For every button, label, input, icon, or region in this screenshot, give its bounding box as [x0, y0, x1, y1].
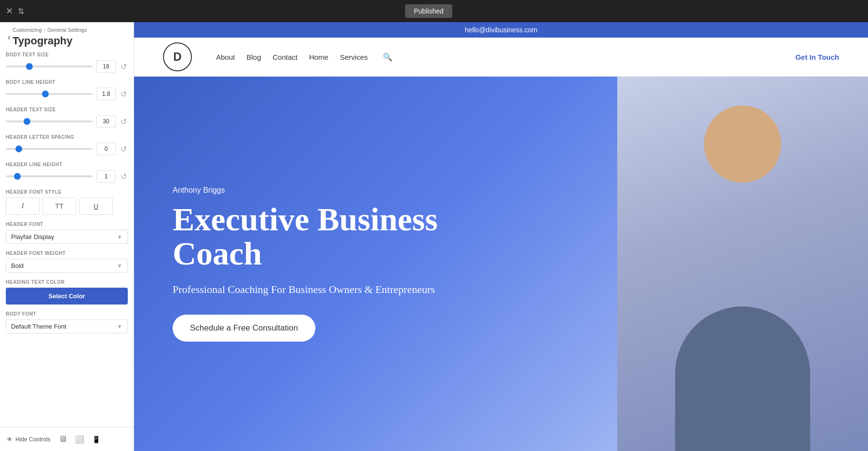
nav-blog[interactable]: Blog [246, 53, 261, 61]
site-topbar: hello@divibusiness.com [134, 22, 868, 38]
body-text-size-slider[interactable] [6, 66, 93, 67]
body-text-size-value: 16 [96, 60, 116, 73]
top-bar-left: ✕ ⇅ [6, 6, 24, 16]
header-letter-spacing-reset[interactable]: ↺ [120, 145, 128, 154]
nav-services[interactable]: Services [340, 53, 368, 61]
body-line-height-reset[interactable]: ↺ [120, 90, 128, 99]
top-bar: ✕ ⇅ Published [0, 0, 868, 22]
tablet-icon[interactable]: ⬜ [75, 435, 84, 444]
header-letter-spacing-value: 0 [96, 143, 116, 155]
body-line-height-value: 1.8 [96, 88, 116, 100]
hero-person-image [464, 77, 868, 451]
header-font-select[interactable]: Playfair Display ▼ [6, 230, 128, 244]
breadcrumb-arrow: › [44, 27, 46, 33]
site-email-link[interactable]: hello@divibusiness.com [465, 26, 537, 34]
caps-button[interactable]: TT [42, 198, 76, 215]
get-in-touch-link[interactable]: Get In Touch [795, 53, 839, 61]
header-line-height-value: 1 [96, 170, 116, 183]
breadcrumb-part1: Customizing [13, 27, 42, 33]
header-line-height-slider[interactable] [6, 175, 93, 177]
person-body [675, 306, 810, 451]
site-logo: D [163, 42, 192, 71]
body-text-size-row: 16 ↺ [6, 60, 128, 73]
person-silhouette [617, 77, 868, 451]
body-font-group: BODY FONT Default Theme Font ▼ [6, 311, 128, 333]
header-font-value: Playfair Display [11, 233, 54, 240]
bottom-bar: 👁 Hide Controls 🖥 ⬜ 📱 [0, 427, 134, 451]
body-line-height-row: 1.8 ↺ [6, 88, 128, 100]
hero-section: Anthony Briggs Executive Business Coach … [134, 77, 868, 451]
sort-button[interactable]: ⇅ [18, 7, 24, 16]
eye-icon: 👁 [7, 436, 13, 443]
panel-title: Typography [13, 35, 87, 47]
body-line-height-label: BODY LINE HEIGHT [6, 80, 128, 85]
mobile-icon[interactable]: 📱 [92, 436, 100, 443]
body-line-height-group: BODY LINE HEIGHT 1.8 ↺ [6, 80, 128, 100]
desktop-icon[interactable]: 🖥 [58, 434, 67, 444]
body-text-size-label: BODY TEXT SIZE [6, 52, 128, 57]
font-style-row: I TT U [6, 198, 128, 215]
header-line-height-row: 1 ↺ [6, 170, 128, 183]
italic-button[interactable]: I [6, 198, 40, 215]
body-font-select[interactable]: Default Theme Font ▼ [6, 319, 128, 333]
main-layout: ‹ Customizing › General Settings Typogra… [0, 22, 868, 451]
hero-cta-button[interactable]: Schedule a Free Consultation [173, 315, 315, 342]
search-icon[interactable]: 🔍 [383, 53, 393, 62]
hero-content: Anthony Briggs Executive Business Coach … [173, 186, 438, 342]
body-font-label: BODY FONT [6, 311, 128, 317]
header-letter-spacing-group: HEADER LETTER SPACING 0 ↺ [6, 134, 128, 155]
hide-controls-button[interactable]: 👁 Hide Controls [7, 436, 51, 443]
header-letter-spacing-row: 0 ↺ [6, 143, 128, 155]
header-font-chevron: ▼ [117, 234, 122, 240]
header-text-size-row: 30 ↺ [6, 115, 128, 128]
heading-text-color-label: HEADING TEXT COLOR [6, 279, 128, 285]
body-line-height-slider[interactable] [6, 93, 93, 95]
header-text-size-value: 30 [96, 115, 116, 128]
body-text-size-reset[interactable]: ↺ [120, 62, 128, 71]
header-font-weight-select[interactable]: Bold ▼ [6, 259, 128, 273]
body-text-size-group: BODY TEXT SIZE 16 ↺ [6, 52, 128, 73]
nav-links: About Blog Contact Home Services 🔍 [216, 53, 781, 62]
header-font-weight-value: Bold [11, 262, 24, 269]
controls-area: BODY TEXT SIZE 16 ↺ BODY LINE HEIGHT 1.8… [0, 47, 134, 427]
breadcrumb: Customizing › General Settings Typograph… [13, 27, 87, 47]
header-font-style-label: HEADER FONT STYLE [6, 189, 128, 195]
heading-text-color-group: HEADING TEXT COLOR Select Color [6, 279, 128, 305]
hero-title-line2: Coach [173, 235, 262, 272]
published-button[interactable]: Published [405, 4, 452, 18]
nav-contact[interactable]: Contact [272, 53, 298, 61]
header-line-height-group: HEADER LINE HEIGHT 1 ↺ [6, 162, 128, 183]
underline-button[interactable]: U [79, 198, 113, 215]
close-button[interactable]: ✕ [6, 6, 13, 16]
header-font-weight-group: HEADER FONT WEIGHT Bold ▼ [6, 251, 128, 273]
panel-header-row: ‹ Customizing › General Settings Typogra… [0, 22, 134, 47]
header-text-size-reset[interactable]: ↺ [120, 117, 128, 126]
back-button[interactable]: ‹ [8, 32, 11, 42]
header-font-group: HEADER FONT Playfair Display ▼ [6, 222, 128, 244]
preview-area: hello@divibusiness.com D About Blog Cont… [134, 22, 868, 451]
hero-subtitle: Professional Coaching For Business Owner… [173, 282, 438, 297]
header-font-weight-label: HEADER FONT WEIGHT [6, 251, 128, 256]
body-font-value: Default Theme Font [11, 323, 67, 330]
site-navbar: D About Blog Contact Home Services 🔍 Get… [134, 38, 868, 77]
select-color-button[interactable]: Select Color [6, 288, 128, 305]
header-text-size-label: HEADER TEXT SIZE [6, 107, 128, 112]
breadcrumb-part2: General Settings [47, 27, 87, 33]
header-font-label: HEADER FONT [6, 222, 128, 227]
header-font-style-group: HEADER FONT STYLE I TT U [6, 189, 128, 215]
person-head [704, 106, 781, 183]
hero-title: Executive Business Coach [173, 202, 438, 271]
nav-home[interactable]: Home [309, 53, 328, 61]
header-font-weight-chevron: ▼ [117, 263, 122, 269]
hide-controls-label: Hide Controls [15, 436, 51, 443]
header-text-size-slider[interactable] [6, 120, 93, 122]
nav-about[interactable]: About [216, 53, 235, 61]
header-line-height-reset[interactable]: ↺ [120, 172, 128, 181]
left-panel: ‹ Customizing › General Settings Typogra… [0, 22, 134, 451]
header-text-size-group: HEADER TEXT SIZE 30 ↺ [6, 107, 128, 128]
header-letter-spacing-label: HEADER LETTER SPACING [6, 134, 128, 140]
header-letter-spacing-slider[interactable] [6, 148, 93, 150]
header-line-height-label: HEADER LINE HEIGHT [6, 162, 128, 167]
body-font-chevron: ▼ [117, 323, 122, 330]
hero-name: Anthony Briggs [173, 186, 438, 195]
